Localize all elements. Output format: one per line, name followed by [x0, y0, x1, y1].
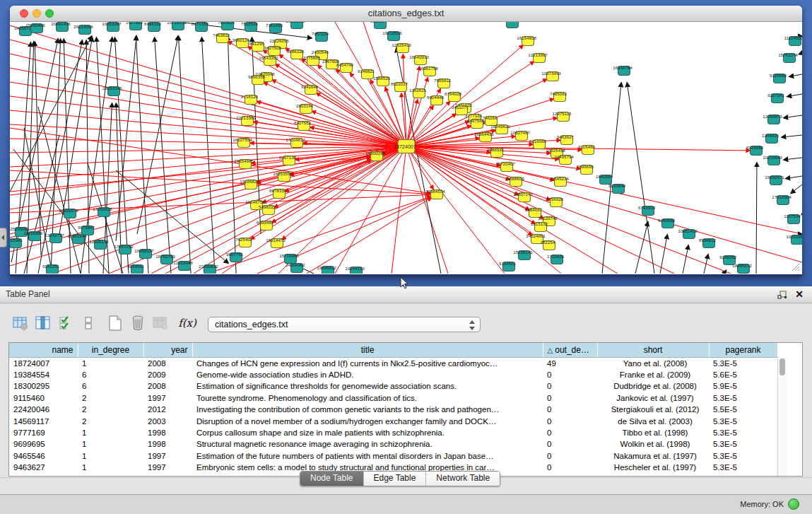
column-header-year[interactable]: year — [143, 343, 192, 357]
cell-pagerank[interactable]: 5.3E-5 — [709, 392, 777, 404]
black-edge[interactable] — [801, 214, 802, 215]
column-header-pagerank[interactable]: pagerank — [709, 343, 777, 357]
cell-name[interactable]: 18300295 — [9, 380, 78, 392]
cell-name[interactable]: 9699695 — [9, 438, 78, 450]
black-edge[interactable] — [116, 36, 136, 241]
black-edge[interactable] — [756, 163, 757, 274]
cell-name[interactable]: 9465546 — [9, 450, 78, 462]
cell-short[interactable]: Stergiakouli et al. (2012) — [597, 404, 709, 415]
black-edge[interactable] — [115, 37, 129, 274]
black-edge[interactable] — [704, 255, 708, 274]
cell-out_degree[interactable]: 0 — [543, 392, 597, 404]
red-edge[interactable] — [151, 159, 371, 274]
cell-out_degree[interactable]: 0 — [543, 369, 597, 380]
tab-network-table[interactable]: Network Table — [426, 472, 500, 486]
black-edge[interactable] — [786, 176, 802, 179]
cell-pagerank[interactable]: 5.3E-5 — [709, 462, 777, 473]
table-row[interactable]: 2242004622012Investigating the contribut… — [9, 404, 777, 415]
cell-year[interactable]: 1997 — [143, 450, 192, 462]
cell-year[interactable]: 1997 — [143, 462, 192, 473]
red-edge[interactable] — [10, 146, 406, 266]
cell-short[interactable]: Jankovic et al. (1997) — [597, 392, 709, 404]
cell-year[interactable]: 2009 — [143, 369, 192, 380]
table-row[interactable]: 946554611997Estimation of the future num… — [9, 450, 777, 462]
black-edge[interactable] — [683, 245, 688, 274]
column-header-name[interactable]: name — [9, 343, 78, 357]
cell-title[interactable]: Corpus callosum shape and size in male p… — [192, 427, 543, 438]
create-table-button[interactable] — [106, 314, 124, 332]
table-row[interactable]: 1830029562008Estimation of significance … — [9, 380, 777, 392]
cell-out_degree[interactable]: 0 — [543, 427, 597, 438]
column-header-short[interactable]: short — [597, 343, 709, 357]
cell-name[interactable]: 14569117 — [9, 415, 78, 426]
black-edge[interactable] — [136, 36, 148, 274]
cell-name[interactable]: 19384554 — [9, 369, 78, 380]
cell-in_degree[interactable]: 2 — [78, 415, 143, 426]
cell-name[interactable]: 9777169 — [9, 427, 78, 438]
red-edge[interactable] — [406, 146, 448, 274]
cell-in_degree[interactable]: 1 — [78, 438, 143, 450]
cell-title[interactable]: Tourette syndrome. Phenomenology and cla… — [192, 392, 543, 404]
red-edge[interactable] — [10, 40, 406, 146]
cell-in_degree[interactable]: 2 — [78, 392, 143, 404]
cell-in_degree[interactable]: 6 — [78, 380, 143, 392]
vertical-scrollbar[interactable] — [777, 357, 787, 476]
cell-pagerank[interactable]: 5.3E-5 — [709, 357, 777, 369]
row-height-button[interactable] — [79, 314, 98, 332]
cell-pagerank[interactable]: 5.6E-5 — [709, 369, 777, 380]
red-edge[interactable] — [10, 157, 370, 192]
resize-grip-icon[interactable] — [790, 262, 800, 271]
cell-short[interactable]: Yano et al. (2008) — [597, 357, 709, 369]
table-row[interactable]: 1938455462009Genome-wide association stu… — [9, 369, 777, 380]
table-row[interactable]: 911546021997Tourette syndrome. Phenomeno… — [9, 392, 777, 404]
column-header-in_degree[interactable]: in_degree — [78, 343, 143, 357]
function-builder-button[interactable]: f(x) — [178, 314, 196, 332]
red-edge[interactable] — [406, 146, 543, 218]
red-edge[interactable] — [406, 66, 420, 146]
cell-short[interactable]: Dudbridge et al. (2008) — [597, 380, 709, 392]
table-mode-button[interactable] — [11, 314, 30, 332]
cell-out_degree[interactable]: 0 — [543, 415, 597, 426]
table-selector-combobox[interactable]: citations_edges.txt — [208, 317, 481, 332]
cell-out_degree[interactable]: 0 — [543, 438, 597, 450]
red-edge[interactable] — [307, 198, 431, 274]
cell-out_degree[interactable]: 0 — [543, 404, 597, 415]
black-edge[interactable] — [137, 36, 178, 234]
cell-title[interactable]: Changes of HCN gene expression and I(f) … — [192, 357, 543, 369]
cell-name[interactable]: 22420046 — [9, 404, 78, 415]
close-panel-icon[interactable]: ✕ — [794, 288, 805, 300]
black-edge[interactable] — [201, 37, 215, 274]
cell-in_degree[interactable]: 2 — [78, 404, 143, 415]
cell-out_degree[interactable]: 0 — [543, 462, 597, 473]
cell-short[interactable]: Nakamura et al. (1997) — [597, 450, 709, 462]
red-edge[interactable] — [392, 146, 406, 274]
cell-short[interactable]: Tibbo et al. (1998) — [597, 427, 709, 438]
cell-title[interactable]: Structural magnetic resonance image aver… — [192, 438, 543, 450]
black-edge[interactable] — [155, 37, 171, 274]
cell-in_degree[interactable]: 1 — [78, 357, 143, 369]
cell-year[interactable]: 2003 — [143, 415, 192, 426]
cell-short[interactable]: Hescheler et al. (1997) — [597, 462, 709, 473]
cell-short[interactable]: de Silva et al. (2003) — [597, 415, 709, 426]
column-header-out_degree[interactable]: △out_de… — [543, 343, 597, 357]
cell-year[interactable]: 2012 — [143, 404, 192, 415]
red-edge[interactable] — [406, 146, 802, 234]
table-row[interactable]: 977716911998Corpus callosum shape and si… — [9, 427, 777, 438]
black-edge[interactable] — [789, 74, 802, 76]
column-header-title[interactable]: title — [192, 343, 543, 357]
black-edge[interactable] — [791, 185, 802, 193]
cell-pagerank[interactable]: 5.5E-5 — [709, 404, 777, 415]
black-edge[interactable] — [787, 94, 802, 97]
black-edge[interactable] — [64, 39, 71, 274]
select-all-rows-button[interactable] — [57, 314, 75, 332]
black-edge[interactable] — [784, 158, 802, 160]
cell-pagerank[interactable]: 5.9E-5 — [709, 380, 777, 392]
table-row[interactable]: 1456911722003Disruption of a novel membe… — [9, 415, 777, 426]
cell-short[interactable]: Wolkin et al. (1998) — [597, 438, 709, 450]
column-visibility-button[interactable] — [34, 314, 52, 332]
cell-year[interactable]: 2008 — [143, 357, 192, 369]
red-edge[interactable] — [406, 146, 802, 262]
black-edge[interactable] — [782, 135, 802, 137]
cell-year[interactable]: 1998 — [143, 427, 192, 438]
red-edge[interactable] — [10, 170, 430, 194]
